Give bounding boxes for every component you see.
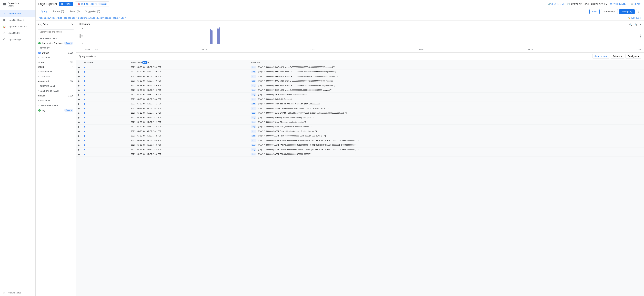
field-item-kubernetes[interactable]: ✓ Kubernetes Container Clear ✕	[36, 41, 76, 46]
save-button[interactable]: Save	[590, 9, 600, 14]
row-expand[interactable]: ▶	[76, 74, 82, 79]
section-header-pod-name[interactable]: ▸ POD NAME	[36, 98, 76, 103]
table-row[interactable]: ▶ 2021-06-29 08:45:57.743 PDT log { "log…	[76, 152, 644, 157]
zoom-out-button[interactable]: 🔍-	[634, 24, 638, 26]
table-row[interactable]: ▶ 2021-06-29 08:45:57.741 PDT log { "log…	[76, 102, 644, 106]
y-label-0: 0	[79, 42, 84, 44]
page-layout-button[interactable]: ⊞ PAGE LAYOUT	[610, 3, 628, 5]
row-expand[interactable]: ▶	[76, 134, 82, 138]
table-row[interactable]: ▶ 2021-06-29 08:45:57.743 PDT log { "log…	[76, 143, 644, 148]
field-item-stderr[interactable]: stderr 4	[36, 64, 76, 69]
table-row[interactable]: ▶ 2021-06-29 08:45:57.742 PDT log { "log…	[76, 120, 644, 124]
table-row[interactable]: ▶ 2021-06-29 08:45:57.743 PDT log { "log…	[76, 138, 644, 143]
tab-suggested[interactable]: Suggested (0)	[82, 8, 103, 15]
share-link-button[interactable]: 🔗 SHARE LINK	[548, 3, 564, 5]
sidebar-item-logs-explorer[interactable]: ≡ Logs Explorer	[0, 10, 36, 17]
row-expand[interactable]: ▶	[76, 124, 82, 129]
chevron-down-icon: ▾	[38, 56, 39, 59]
table-row[interactable]: ▶ 2021-06-29 08:45:57.740 PDT log { "log…	[76, 88, 644, 92]
row-expand[interactable]: ▶	[76, 111, 82, 116]
table-row[interactable]: ▶ 2021-06-29 08:45:57.741 PDT log { "log…	[76, 111, 644, 116]
share-link-label: SHARE LINK	[552, 3, 564, 5]
learn-button[interactable]: 📖 LEARN	[630, 3, 641, 5]
histogram-next-button[interactable]: ›	[640, 34, 641, 38]
sidebar-item-logs-metrics[interactable]: 📊 Logs-based Metrics	[0, 23, 36, 30]
table-row[interactable]: ▶ 2021-06-29 08:45:57.742 PDT log { "log…	[76, 129, 644, 134]
configure-dropdown-button[interactable]: Configure ▾	[626, 54, 641, 58]
section-header-severity[interactable]: ▾ SEVERITY	[36, 46, 76, 50]
row-expand[interactable]: ▶	[76, 116, 82, 120]
jump-to-now-button[interactable]: Jump to now	[592, 54, 609, 58]
field-item-default-ns[interactable]: default 1,826	[36, 94, 76, 98]
sidebar-item-logs-dashboard[interactable]: ▦ Logs Dashboard	[0, 17, 36, 23]
row-expand[interactable]: ▶	[76, 106, 82, 111]
table-row[interactable]: ▶ 2021-06-29 08:45:57.742 PDT log { "log…	[76, 134, 644, 138]
sidebar-item-logs-router[interactable]: ⇌ Logs Router	[0, 30, 36, 36]
section-header-resource-type[interactable]: ▾ RESOURCE TYPE	[36, 36, 76, 41]
edit-query-button[interactable]: ✏️ Edit query	[628, 16, 641, 19]
th-timestamp-pdt[interactable]: TIMESTAMP PDT ▾	[131, 61, 246, 64]
search-fields-input[interactable]	[38, 30, 74, 34]
table-row[interactable]: ▶ 2021-06-29 08:45:57.739 PDT log { "log…	[76, 65, 644, 70]
configure-label: Configure	[628, 55, 637, 58]
refine-scope-button[interactable]: 🎯 REFINE SCOPE Project	[75, 1, 109, 6]
sidebar-item-logs-storage[interactable]: ⬡ Logs Storage	[0, 36, 36, 42]
table-row[interactable]: ▶ 2021-06-29 08:45:57.740 PDT log { "log…	[76, 92, 644, 97]
tab-query[interactable]: Query	[38, 8, 50, 15]
results-action-buttons: Jump to now Actions ▾ Configure ▾	[592, 54, 641, 58]
row-expand[interactable]: ▶	[76, 120, 82, 124]
section-header-namespace-name[interactable]: ▾ NAMESPACE NAME	[36, 88, 76, 94]
field-item-us-central1[interactable]: us-central1 1,826	[36, 79, 76, 84]
close-panel-button[interactable]: ✕	[71, 23, 74, 26]
row-expand[interactable]: ▶	[76, 129, 82, 134]
expand-results-button[interactable]: ⊡	[94, 55, 96, 58]
row-expand[interactable]: ▶	[76, 65, 82, 70]
zoom-in-button[interactable]: 🔍+	[629, 24, 634, 26]
section-header-cluster-name[interactable]: ▸ CLUSTER NAME	[36, 84, 76, 88]
section-header-project-id[interactable]: ▸ PROJECT ID	[36, 69, 76, 74]
sidebar-footer-release-notes[interactable]: 📋 Release Notes	[0, 289, 36, 296]
options-button[interactable]: OPTIONS	[59, 2, 73, 6]
clear-container-chip[interactable]: Clear ✕	[64, 109, 74, 112]
section-header-container-name[interactable]: ▾ CONTAINER NAME	[36, 103, 76, 108]
section-header-log-name[interactable]: ▾ LOG NAME	[36, 55, 76, 60]
more-options-button[interactable]: ⋮	[636, 9, 641, 14]
section-header-location[interactable]: ▾ LOCATION	[36, 74, 76, 79]
table-row[interactable]: ▶ 2021-06-29 08:45:57.741 PDT log { "log…	[76, 116, 644, 120]
row-expand[interactable]: ▶	[76, 148, 82, 152]
row-expand[interactable]: ▶	[76, 102, 82, 106]
row-expand[interactable]: ▶	[76, 84, 82, 88]
table-row[interactable]: ▶ 2021-06-29 08:45:57.740 PDT log { "log…	[76, 79, 644, 84]
histogram-prev-button[interactable]: ‹	[79, 34, 81, 38]
row-expand[interactable]: ▶	[76, 97, 82, 102]
row-expand[interactable]: ▶	[76, 70, 82, 74]
table-row[interactable]: ▶ 2021-06-29 08:45:57.740 PDT log { "log…	[76, 84, 644, 88]
field-item-stdout[interactable]: stdout 1,822	[36, 60, 76, 64]
query-text[interactable]: resource.type="k8s_container" resource.l…	[38, 16, 126, 19]
actions-dropdown-button[interactable]: Actions ▾	[610, 54, 624, 58]
tab-saved[interactable]: Saved (0)	[66, 8, 82, 15]
table-row[interactable]: ▶ 2021-06-29 08:45:57.740 PDT log { "log…	[76, 97, 644, 102]
stream-logs-button[interactable]: Stream logs	[601, 9, 618, 14]
table-row[interactable]: ▶ 2021-06-29 08:45:57.741 PDT log { "log…	[76, 106, 644, 111]
row-expand[interactable]: ▶	[76, 143, 82, 148]
hamburger-icon[interactable]	[3, 3, 6, 6]
row-expand[interactable]: ▶	[76, 92, 82, 97]
row-timestamp: 2021-06-29 08:45:57.742 PDT	[129, 124, 248, 129]
logs-metrics-icon: 📊	[3, 25, 6, 28]
table-row[interactable]: ▶ 2021-06-29 08:45:57.739 PDT log { "log…	[76, 70, 644, 74]
date-range-selector[interactable]: 🕐 6/24/21, 12:41 PM - 6/30/21, 1:41 PM	[567, 3, 608, 5]
field-item-default[interactable]: ✦ Default 1,826	[36, 50, 76, 55]
tab-recent[interactable]: Recent (6)	[50, 8, 66, 15]
row-expand[interactable]: ▶	[76, 152, 82, 157]
table-row[interactable]: ▶ 2021-06-29 08:45:57.742 PDT log { "log…	[76, 124, 644, 129]
table-row[interactable]: ▶ 2021-06-29 08:45:57.743 PDT log { "log…	[76, 148, 644, 152]
row-expand[interactable]: ▶	[76, 138, 82, 143]
close-histogram-button[interactable]: ✕	[639, 24, 641, 26]
row-expand[interactable]: ▶	[76, 79, 82, 84]
clear-resource-type-chip[interactable]: Clear ✕	[64, 42, 74, 44]
run-query-button[interactable]: Run query	[619, 9, 635, 14]
field-item-log[interactable]: ✓ log Clear ✕	[36, 108, 76, 113]
row-expand[interactable]: ▶	[76, 88, 82, 92]
table-row[interactable]: ▶ 2021-06-29 08:45:57.739 PDT log { "log…	[76, 74, 644, 79]
